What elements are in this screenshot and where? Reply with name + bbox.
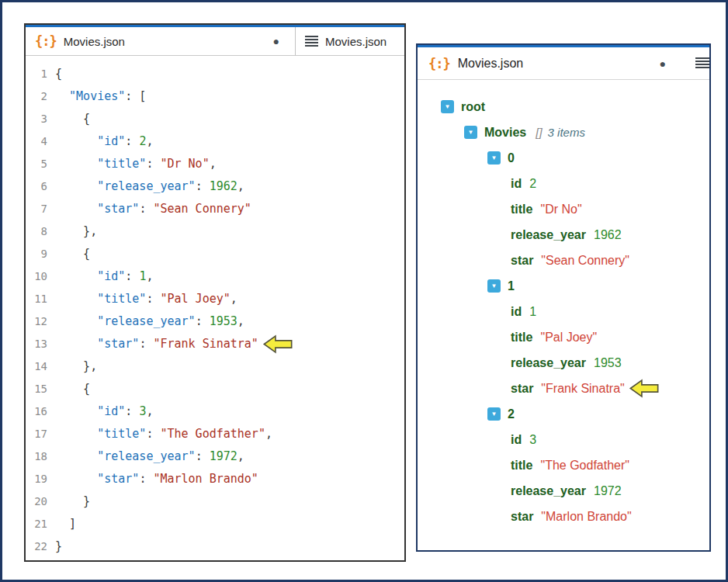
field-value: "Dr No" [540,203,581,217]
line-number: 8 [26,220,55,243]
item-count-meta: 3 items [548,126,585,139]
code-text: "Movies": [ [55,85,146,108]
code-text: "release_year": 1953, [55,310,244,333]
highlight-arrow-icon [262,334,293,355]
field-value: 1953 [594,356,622,370]
code-line: 3 { [26,108,404,130]
branch-label: root [461,100,485,114]
tree-node-star: star"Sean Connery" [441,248,706,273]
line-number: 1 [26,63,55,85]
tab-movies-json-tree[interactable]: Movies.json [296,27,404,55]
editor-tab-bar: {:} Movies.json ● Movies.json [26,27,404,56]
field-key: release_year [511,228,586,242]
modified-dot: ● [660,57,666,70]
field-key: title [511,459,532,473]
expander-icon[interactable]: ▼ [487,279,501,293]
code-text: ] [55,513,76,535]
tree-panel-header: {:} Movies.json ● [418,47,709,80]
tree-node-Movies: ▼Movies[]3 items [441,120,706,145]
code-line: 2 "Movies": [ [26,85,404,108]
code-line: 6 "release_year": 1962, [26,175,404,198]
code-line: 16 "id": 3, [26,400,404,423]
line-number: 13 [26,333,55,355]
code-line: 8 }, [26,220,404,243]
code-editor-area[interactable]: 1{2 "Movies": [3 {4 "id": 2,5 "title": "… [26,57,404,560]
code-text: } [55,535,62,558]
tab-label: Movies.json [64,35,125,48]
line-number: 19 [26,468,55,490]
field-key: title [511,203,532,217]
tree-node-id: id1 [441,299,706,324]
code-line: 19 "star": "Marlon Brando" [26,468,404,490]
line-number: 5 [26,153,55,175]
tree-node-id: id2 [441,171,706,196]
field-key: star [511,382,533,396]
code-line: 11 "title": "Pal Joey", [26,288,404,310]
tree-node-title: title"The Godfather" [441,452,706,478]
tree-node-1: ▼1 [441,273,706,299]
code-text: { [55,63,62,85]
line-number: 21 [26,513,55,535]
code-text: } [55,490,90,513]
expander-icon[interactable]: ▼ [464,126,477,139]
code-text: { [55,108,90,130]
line-number: 4 [26,130,55,153]
json-braces-icon: {:} [428,56,450,71]
expander-icon[interactable]: ▼ [441,100,454,113]
field-key: star [511,254,533,268]
branch-label: 0 [508,151,515,165]
code-text: "star": "Sean Connery" [55,198,251,220]
code-text: "title": "Dr No", [55,153,217,175]
tree-node-title: title"Pal Joey" [441,324,706,350]
json-code-editor-panel: {:} Movies.json ● Movies.json 1{2 "Movie… [24,23,406,562]
code-line: 10 "id": 1, [26,265,404,288]
highlight-arrow-icon [629,378,660,399]
tree-view-area: ▼root▼Movies[]3 items▼0id2title"Dr No"re… [418,80,709,529]
line-number: 20 [26,490,55,513]
field-value: "The Godfather" [540,459,629,473]
tab-movies-json-code[interactable]: {:} Movies.json ● [26,27,295,55]
field-value: "Pal Joey" [540,331,597,345]
expander-icon[interactable]: ▼ [487,151,501,165]
tree-node-0: ▼0 [441,145,706,171]
modified-dot: ● [273,35,279,47]
line-number: 17 [26,423,55,445]
line-number: 7 [26,198,55,220]
code-line: 7 "star": "Sean Connery" [26,198,404,220]
field-key: id [511,177,522,191]
line-number: 6 [26,175,55,198]
field-key: id [511,305,522,319]
tree-node-release_year: release_year1972 [441,478,706,504]
code-text: "release_year": 1972, [55,445,244,468]
code-text: "title": "The Godfather", [55,423,272,445]
list-icon [305,36,318,47]
list-icon [695,57,709,70]
line-number: 9 [26,243,55,265]
line-number: 15 [26,378,55,400]
line-number: 18 [26,445,55,468]
code-text: { [55,243,90,265]
line-number: 16 [26,400,55,423]
code-line: 12 "release_year": 1953, [26,310,404,333]
code-text: "release_year": 1962, [55,175,244,198]
field-value: 1 [529,305,536,319]
code-text: "id": 2, [55,130,153,153]
tree-node-title: title"Dr No" [441,196,706,222]
tree-node-root: ▼root [441,94,706,120]
tree-node-2: ▼2 [441,401,706,427]
field-key: release_year [511,356,586,370]
tree-node-star: star"Frank Sinatra" [441,376,706,401]
branch-label: 1 [508,279,515,293]
screenshot-canvas: {:} Movies.json ● Movies.json 1{2 "Movie… [0,0,728,582]
field-key: id [511,433,522,447]
field-key: star [511,510,533,524]
field-value: "Frank Sinatra" [541,382,624,396]
code-line: 13 "star": "Frank Sinatra" [26,333,404,355]
expander-icon[interactable]: ▼ [487,407,501,421]
field-key: title [511,331,532,345]
code-line: 14 }, [26,355,404,378]
array-bracket-meta: [] [536,126,542,139]
line-number: 11 [26,288,55,310]
json-braces-icon: {:} [35,33,57,49]
field-value: 2 [529,177,536,191]
